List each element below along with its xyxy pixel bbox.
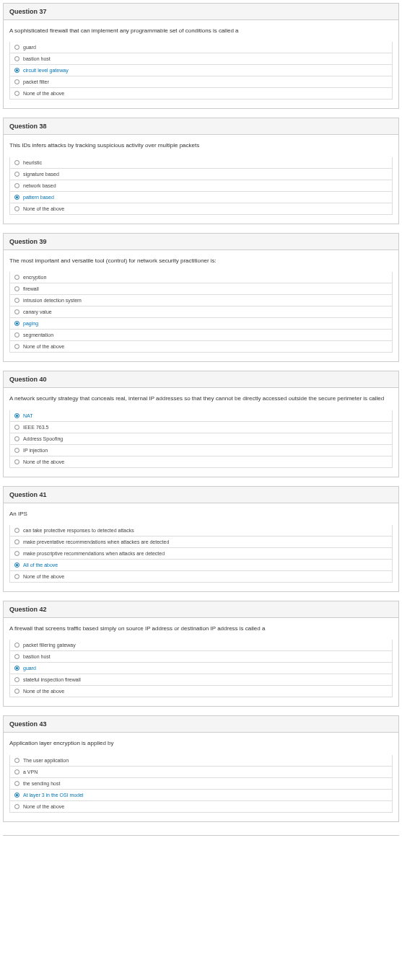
- radio-icon[interactable]: [14, 195, 19, 200]
- answer-option[interactable]: None of the above: [9, 88, 393, 100]
- answer-label: None of the above: [23, 91, 64, 96]
- question-prompt: The most important and versatile tool (c…: [9, 257, 393, 265]
- radio-icon[interactable]: [14, 781, 19, 786]
- radio-icon[interactable]: [14, 574, 19, 579]
- answer-option[interactable]: None of the above: [9, 341, 393, 353]
- answer-label: paging: [23, 321, 38, 326]
- radio-icon[interactable]: [14, 206, 19, 211]
- answer-option[interactable]: encryption: [9, 272, 393, 283]
- answer-label: the sending host: [23, 781, 60, 786]
- answer-option[interactable]: bastion host: [9, 651, 393, 663]
- answer-option[interactable]: paging: [9, 318, 393, 330]
- radio-icon[interactable]: [14, 172, 19, 177]
- radio-icon[interactable]: [14, 91, 19, 96]
- question-prompt: Application layer encryption is applied …: [9, 740, 393, 747]
- answer-label: canary value: [23, 309, 52, 314]
- question-header: Question 37: [4, 4, 398, 20]
- answer-label: intrusion detection system: [23, 298, 82, 303]
- radio-icon[interactable]: [14, 551, 19, 556]
- radio-icon[interactable]: [14, 286, 19, 291]
- answer-option[interactable]: the sending host: [9, 778, 393, 790]
- radio-icon[interactable]: [14, 758, 19, 763]
- question-body: The most important and versatile tool (c…: [4, 250, 398, 361]
- radio-icon[interactable]: [14, 459, 19, 464]
- answer-option[interactable]: firewall: [9, 283, 393, 295]
- radio-icon[interactable]: [14, 183, 19, 188]
- answer-label: pattern based: [23, 195, 54, 200]
- radio-icon[interactable]: [14, 448, 19, 453]
- answer-option[interactable]: NAT: [9, 410, 393, 422]
- answer-option[interactable]: guard: [9, 42, 393, 53]
- answer-option[interactable]: At layer 3 in the OSI model: [9, 790, 393, 801]
- answer-option[interactable]: intrusion detection system: [9, 295, 393, 306]
- question-header: Question 43: [4, 716, 398, 733]
- answer-option[interactable]: Address Spoofing: [9, 433, 393, 445]
- answer-label: firewall: [23, 286, 39, 291]
- answer-label: guard: [23, 666, 36, 671]
- answer-option[interactable]: network based: [9, 180, 393, 192]
- radio-icon[interactable]: [14, 654, 19, 659]
- answer-option[interactable]: make preventative recommendations when a…: [9, 537, 393, 548]
- radio-icon[interactable]: [14, 689, 19, 694]
- question-body: This IDs infers attacks by tracking susp…: [4, 135, 398, 223]
- answer-option[interactable]: guard: [9, 663, 393, 674]
- answer-label: encryption: [23, 275, 46, 280]
- question-card: Question 43Application layer encryption …: [3, 715, 399, 821]
- radio-icon[interactable]: [14, 804, 19, 809]
- answer-option[interactable]: segmentation: [9, 330, 393, 341]
- answer-option[interactable]: packet fillering gateway: [9, 640, 393, 651]
- radio-icon[interactable]: [14, 275, 19, 280]
- answer-label: make proscriptive recommendations when a…: [23, 551, 165, 556]
- answer-option[interactable]: bastion host: [9, 53, 393, 65]
- answer-option[interactable]: The user application: [9, 755, 393, 767]
- answer-label: can take protective responses to detecte…: [23, 528, 134, 533]
- radio-icon[interactable]: [14, 56, 19, 61]
- answer-option[interactable]: pattern based: [9, 192, 393, 203]
- answer-label: stateful inspection firewall: [23, 677, 81, 682]
- answer-option[interactable]: heuristic: [9, 157, 393, 169]
- question-card: Question 40A network security strategy t…: [3, 371, 399, 477]
- radio-icon[interactable]: [14, 436, 19, 441]
- answer-option[interactable]: stateful inspection firewall: [9, 674, 393, 686]
- radio-icon[interactable]: [14, 643, 19, 648]
- answer-option[interactable]: signature based: [9, 169, 393, 180]
- answer-option[interactable]: All of the above: [9, 560, 393, 571]
- radio-icon[interactable]: [14, 769, 19, 774]
- answer-option[interactable]: None of the above: [9, 571, 393, 583]
- radio-icon[interactable]: [14, 666, 19, 671]
- answer-option[interactable]: None of the above: [9, 203, 393, 215]
- radio-icon[interactable]: [14, 539, 19, 544]
- answer-option[interactable]: canary value: [9, 306, 393, 318]
- radio-icon[interactable]: [14, 79, 19, 84]
- answer-label: signature based: [23, 172, 59, 177]
- radio-icon[interactable]: [14, 332, 19, 337]
- question-header: Question 39: [4, 234, 398, 250]
- radio-icon[interactable]: [14, 321, 19, 326]
- answer-option[interactable]: circuit level gateway: [9, 65, 393, 76]
- answer-option[interactable]: None of the above: [9, 801, 393, 813]
- radio-icon[interactable]: [14, 68, 19, 73]
- answer-option[interactable]: None of the above: [9, 686, 393, 697]
- answer-option[interactable]: IP injection: [9, 445, 393, 456]
- question-body: A firewall that screens traffic based si…: [4, 618, 398, 706]
- answer-option[interactable]: a VPN: [9, 767, 393, 778]
- answer-option[interactable]: packet filter: [9, 76, 393, 88]
- radio-icon[interactable]: [14, 562, 19, 568]
- answer-option[interactable]: IEEE 763.5: [9, 422, 393, 433]
- radio-icon[interactable]: [14, 344, 19, 349]
- radio-icon[interactable]: [14, 160, 19, 165]
- answer-option[interactable]: None of the above: [9, 456, 393, 468]
- radio-icon[interactable]: [14, 309, 19, 314]
- radio-icon[interactable]: [14, 45, 19, 50]
- answer-label: None of the above: [23, 344, 64, 349]
- radio-icon[interactable]: [14, 425, 19, 430]
- answer-option[interactable]: make proscriptive recommendations when a…: [9, 548, 393, 560]
- radio-icon[interactable]: [14, 677, 19, 682]
- radio-icon[interactable]: [14, 528, 19, 533]
- answer-label: a VPN: [23, 769, 38, 774]
- answer-option[interactable]: can take protective responses to detecte…: [9, 525, 393, 537]
- radio-icon[interactable]: [14, 793, 19, 798]
- answer-label: None of the above: [23, 804, 64, 809]
- radio-icon[interactable]: [14, 413, 19, 418]
- radio-icon[interactable]: [14, 298, 19, 303]
